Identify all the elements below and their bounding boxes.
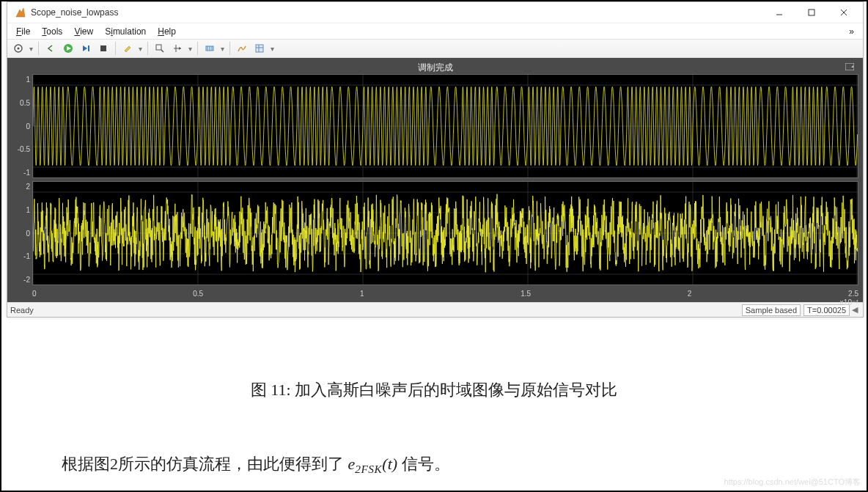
dock-icon[interactable] [844, 62, 856, 72]
svg-rect-21 [256, 45, 263, 52]
measure-button[interactable] [202, 41, 218, 56]
svg-marker-0 [16, 8, 25, 17]
svg-rect-10 [88, 45, 89, 51]
status-ready: Ready [10, 306, 34, 315]
body-text-post: 信号。 [397, 455, 450, 473]
plot-top[interactable] [32, 74, 858, 178]
toolbar: ▾ ▾ ▾ ▾ ▾ [7, 39, 863, 58]
window-title: Scope_noise_lowpass [31, 7, 118, 18]
print-button[interactable] [10, 41, 26, 56]
dropdown-arrow-icon[interactable]: ▾ [269, 45, 276, 53]
cursor-button[interactable] [169, 41, 185, 56]
yaxis-bottom: 210-1-2 [12, 181, 32, 285]
xaxis-exponent: ×10⁻⁴ [839, 298, 858, 306]
svg-line-13 [161, 50, 163, 52]
figure-caption: 图 11: 加入高斯白噪声后的时域图像与原始信号对比 [1, 379, 867, 401]
plot-bottom[interactable] [32, 181, 858, 285]
chart-top-row: 10.50-0.5-1 [12, 74, 858, 178]
menu-simulation[interactable]: Simulation [100, 25, 150, 38]
menu-view[interactable]: View [70, 25, 98, 38]
yaxis-top: 10.50-0.5-1 [12, 74, 32, 178]
xaxis: 00.511.522.5×10⁻⁴ [32, 288, 858, 298]
dropdown-arrow-icon[interactable]: ▾ [28, 45, 34, 53]
highlight-button[interactable] [119, 41, 136, 56]
window-controls [763, 2, 860, 23]
menu-tools[interactable]: Tools [37, 25, 67, 38]
menubar: File Tools View Simulation Help » [7, 23, 863, 39]
body-text-pre: 根据图2所示的仿真流程，由此便得到了 [62, 455, 348, 473]
zoom-button[interactable] [152, 41, 168, 56]
menu-file[interactable]: File [12, 25, 34, 38]
scope-area: 调制完成 10.50-0.5-1 210-1-2 [7, 58, 863, 302]
menu-help[interactable]: Help [153, 25, 180, 38]
watermark: https://blog.csdn.net/wei@51CTO博客 [724, 477, 861, 488]
svg-marker-15 [179, 47, 181, 50]
nav-back-button[interactable] [43, 41, 59, 56]
scope-header: 调制完成 [12, 61, 858, 74]
svg-marker-9 [83, 45, 87, 51]
scope-title: 调制完成 [418, 62, 453, 74]
svg-rect-2 [809, 10, 814, 15]
dropdown-arrow-icon[interactable]: ▾ [219, 45, 226, 53]
minimize-button[interactable] [763, 2, 795, 23]
scope-window: Scope_noise_lowpass File Tools View Simu… [7, 1, 864, 317]
matlab-icon [15, 7, 26, 18]
menu-overflow[interactable]: » [845, 25, 858, 38]
stop-button[interactable] [95, 41, 111, 56]
body-text: 根据图2所示的仿真流程，由此便得到了 e2FSK(t) 信号。 [1, 453, 867, 476]
statusbar: Ready Sample based T=0.00025 ◀ [7, 302, 863, 317]
svg-rect-11 [100, 45, 106, 51]
svg-point-6 [18, 48, 20, 50]
titlebar: Scope_noise_lowpass [7, 2, 863, 23]
svg-rect-12 [156, 45, 161, 50]
dropdown-arrow-icon[interactable]: ▾ [137, 45, 144, 53]
document-frame: Scope_noise_lowpass File Tools View Simu… [0, 0, 868, 492]
xaxis-row: 00.511.522.5×10⁻⁴ [12, 288, 858, 298]
dropdown-arrow-icon[interactable]: ▾ [187, 45, 194, 53]
settings-button[interactable] [251, 41, 268, 56]
autoscale-button[interactable] [234, 41, 250, 56]
maximize-button[interactable] [795, 2, 828, 23]
charts-container: 10.50-0.5-1 210-1-2 00.511.522.5×10⁻⁴ [12, 74, 858, 298]
close-button[interactable] [828, 2, 860, 23]
svg-marker-25 [851, 65, 853, 67]
chart-bottom-row: 210-1-2 [12, 181, 858, 285]
step-forward-button[interactable] [78, 41, 94, 56]
status-mode: Sample based [742, 304, 801, 316]
math-expression: e2FSK(t) [348, 455, 398, 473]
run-button[interactable] [60, 41, 76, 56]
